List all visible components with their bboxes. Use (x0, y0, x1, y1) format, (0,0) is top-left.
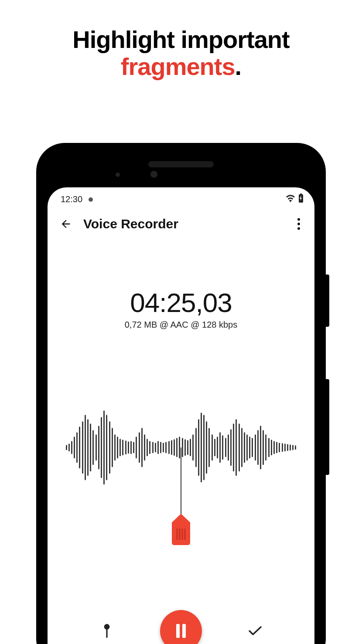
pin-button[interactable] (94, 618, 120, 644)
waveform-bar (208, 428, 210, 467)
back-arrow-icon (60, 218, 72, 230)
waveform-bar (192, 434, 194, 461)
promo-line1: Highlight important (72, 26, 289, 53)
more-button[interactable] (290, 218, 307, 230)
waveform-bar (279, 443, 280, 452)
waveform-bar (212, 434, 213, 461)
waveform-bar (276, 442, 277, 453)
battery-icon (298, 193, 304, 205)
waveform-bar (206, 421, 207, 474)
recording-file-info: 0,72 MB @ AAC @ 128 kbps (48, 320, 314, 330)
timer-area: 04:25,03 0,72 MB @ AAC @ 128 kbps (48, 287, 314, 330)
waveform-bar (233, 424, 234, 471)
check-icon (248, 625, 262, 637)
waveform-bar (295, 445, 296, 450)
phone-side-button-top (325, 275, 329, 327)
waveform-bar (79, 427, 80, 468)
waveform-bar (236, 419, 237, 476)
waveform-bar (92, 430, 94, 465)
app-title: Voice Recorder (83, 217, 290, 231)
waveform-bar (273, 441, 275, 454)
status-bar: 12:30 (48, 187, 314, 209)
status-time: 12:30 (61, 194, 82, 204)
waveform-bar (265, 434, 266, 461)
waveform-bar (214, 439, 215, 456)
waveform-bar (114, 434, 116, 461)
waveform-bar (120, 439, 121, 456)
wifi-icon (286, 194, 295, 204)
waveform-bar (90, 424, 91, 471)
waveform-bar (165, 442, 167, 453)
promo-line2-accent: fragments (121, 53, 235, 80)
waveform-bar (201, 413, 202, 482)
waveform-bar (219, 432, 221, 463)
waveform-bar (176, 438, 178, 457)
waveform-bar (195, 428, 197, 467)
waveform-bar (268, 438, 270, 457)
waveform-bar (130, 441, 132, 454)
done-button[interactable] (242, 618, 268, 644)
waveform-bar (190, 439, 191, 456)
waveform-bar (284, 444, 286, 451)
waveform-bar (160, 442, 161, 453)
waveform-bar (217, 437, 218, 458)
waveform-bar (187, 440, 188, 455)
waveform-bar (179, 437, 180, 458)
waveform-bar (101, 417, 102, 478)
waveform-bar (74, 437, 75, 458)
svg-rect-11 (176, 624, 180, 638)
waveform-bar (292, 445, 294, 450)
waveform-bar (203, 415, 205, 480)
waveform-area[interactable] (48, 404, 314, 491)
waveform-bar (222, 435, 223, 460)
waveform-bar (228, 434, 229, 461)
waveform-bar (128, 441, 129, 454)
waveform-bar (71, 441, 72, 454)
waveform-bar (106, 415, 107, 480)
waveform-bar (76, 432, 78, 463)
svg-point-2 (297, 218, 300, 221)
pause-button[interactable] (160, 610, 202, 644)
waveform-bar (168, 441, 170, 454)
waveform-bar (82, 421, 83, 474)
waveform-bar (287, 444, 288, 451)
phone-screen: 12:30 Voice Recorder (48, 187, 314, 644)
waveform-bar (255, 434, 256, 461)
waveform-bar (260, 426, 261, 469)
recording-controls (48, 610, 314, 644)
waveform-bar (141, 428, 143, 467)
back-button[interactable] (57, 218, 75, 230)
waveform-bar (239, 424, 240, 471)
waveform-bar (87, 419, 89, 476)
waveform-bar (263, 430, 264, 465)
waveform-bar (244, 432, 245, 463)
waveform-bar (112, 428, 113, 467)
phone-sensor (116, 173, 120, 177)
promo-headline: Highlight important fragments. (0, 26, 362, 80)
waveform-bar (68, 444, 70, 451)
waveform-bar (117, 437, 118, 458)
svg-rect-1 (300, 193, 302, 195)
tag-marker[interactable] (168, 514, 194, 548)
phone-frame: 12:30 Voice Recorder (37, 144, 325, 644)
promo-line2-suffix: . (235, 53, 242, 80)
waveform-bar (241, 428, 242, 467)
waveform-bar (290, 444, 291, 451)
phone-camera (150, 171, 157, 178)
status-indicator-dot (89, 197, 93, 202)
pin-icon (102, 624, 112, 638)
waveform-bar (125, 441, 126, 454)
waveform-bar (174, 439, 175, 456)
waveform-bar (182, 438, 183, 457)
waveform-bar (149, 441, 150, 454)
waveform-bar (152, 442, 154, 453)
phone-speaker (148, 161, 214, 167)
tag-marker-icon (168, 514, 194, 546)
waveform-bar (184, 439, 186, 456)
waveform-bar (85, 415, 86, 480)
waveform-bar (139, 432, 140, 463)
waveform-bar (257, 430, 259, 465)
waveform-bar (198, 419, 199, 476)
tag-marker-line (181, 447, 181, 517)
phone-side-button-bottom (325, 379, 329, 475)
